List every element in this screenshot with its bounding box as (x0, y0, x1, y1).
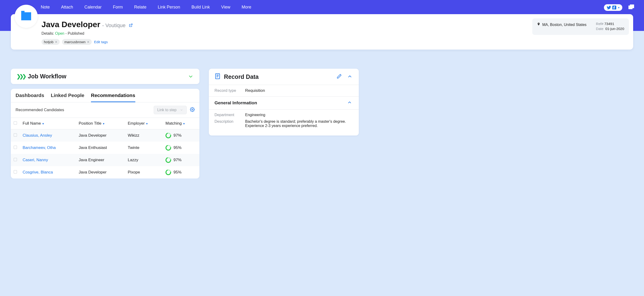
record-avatar (14, 5, 38, 28)
candidates-table: Full Name▼ Position Title▼ Employer▼ Mat… (11, 118, 200, 179)
table-row: Clausius, AnsleyJava DeveloperWikizz97% (11, 129, 200, 142)
dept-label: Department (214, 113, 245, 117)
candidate-name-link[interactable]: Clausius, Ansley (23, 133, 52, 138)
chevron-up-icon[interactable] (347, 74, 353, 80)
gear-icon[interactable] (190, 107, 195, 113)
chevron-up-icon[interactable] (347, 100, 353, 106)
workflow-arrows-icon: ❯❯❯ (16, 73, 25, 80)
position-cell: Java Engineer (76, 154, 125, 166)
chevron-down-icon[interactable] (188, 73, 194, 80)
date-label: Date (596, 27, 604, 31)
nav-relate[interactable]: Relate (134, 5, 146, 10)
dropdown-caret-icon[interactable]: ▼ (618, 6, 620, 9)
sort-icon[interactable]: ▼ (42, 122, 44, 125)
twitter-icon[interactable] (606, 5, 612, 10)
tab-linked-people[interactable]: Linked People (51, 92, 84, 102)
match-value: 97% (174, 158, 182, 162)
sort-icon[interactable]: ▼ (102, 122, 105, 125)
social-pill: ▼ (604, 4, 622, 11)
svg-point-5 (192, 109, 193, 110)
nav-form[interactable]: Form (113, 5, 123, 10)
job-header-card: Java Developer - Voutique Details: Open … (11, 14, 633, 50)
nav-calendar[interactable]: Calendar (84, 5, 102, 10)
location-text: MA, Boston, United States (542, 23, 586, 27)
employer-cell: Wikizz (125, 129, 163, 142)
col-full-name[interactable]: Full Name (23, 121, 41, 125)
edit-tags-link[interactable]: Edit tags (94, 40, 108, 44)
tab-recommendations[interactable]: Recommendations (91, 92, 135, 102)
top-bar: Note Attach Calendar Form Relate Link Pe… (0, 0, 644, 31)
candidate-name-link[interactable]: Caseri, Nanny (23, 158, 48, 162)
match-value: 95% (174, 145, 182, 150)
status-value: Open (55, 31, 64, 35)
document-icon (214, 73, 221, 80)
col-matching[interactable]: Matching (166, 121, 182, 125)
table-row: Caseri, NannyJava EngineerLazzy97% (11, 154, 200, 166)
workflow-panel: ❯❯❯ Job Workflow (11, 69, 200, 84)
match-ring-icon (164, 144, 172, 152)
dept-value: Engineering (245, 113, 265, 117)
general-info-title: General Information (214, 100, 257, 105)
row-checkbox[interactable] (14, 170, 17, 174)
details-label: Details: (42, 31, 54, 35)
row-checkbox[interactable] (14, 146, 17, 149)
ref-label: Ref# (596, 22, 604, 26)
match-value: 95% (174, 170, 182, 175)
match-ring-icon (164, 132, 172, 139)
tag-hotjob[interactable]: hotjob✕ (42, 39, 60, 45)
job-meta-box: MA, Boston, United States Ref#73491 Date… (532, 19, 629, 35)
top-nav: Note Attach Calendar Form Relate Link Pe… (0, 0, 644, 10)
sort-icon[interactable]: ▼ (146, 122, 148, 125)
tag-marcusbrown[interactable]: marcusbrown✕ (62, 39, 92, 45)
record-data-title: Record Data (224, 73, 333, 80)
edit-pencil-icon[interactable] (336, 74, 342, 80)
match-ring-icon (164, 156, 172, 164)
row-checkbox[interactable] (14, 158, 17, 161)
windows-icon[interactable] (628, 5, 634, 11)
employer-cell: Twinte (125, 142, 163, 154)
record-type-value: Requisition (245, 88, 265, 93)
nav-note[interactable]: Note (41, 5, 50, 10)
col-position[interactable]: Position Title (79, 121, 101, 125)
nav-view[interactable]: View (221, 5, 230, 10)
remove-tag-icon[interactable]: ✕ (87, 40, 89, 44)
folder-icon (21, 12, 31, 20)
position-cell: Java Developer (76, 166, 125, 179)
position-cell: Java Developer (76, 129, 125, 142)
select-all-checkbox[interactable] (14, 121, 17, 125)
desc-value: Bachelor's degree is standard; preferabl… (245, 119, 353, 128)
nav-more[interactable]: More (242, 5, 251, 10)
candidate-name-link[interactable]: Cosgrive, Blanca (23, 170, 53, 175)
remove-tag-icon[interactable]: ✕ (55, 40, 57, 44)
candidate-name-link[interactable]: Barchameev, Otha (23, 145, 56, 150)
col-employer[interactable]: Employer (128, 121, 145, 125)
record-type-label: Record type (214, 88, 245, 93)
match-value: 97% (174, 133, 182, 138)
position-cell: Java Enthusiast (76, 142, 125, 154)
table-row: Barchameev, OthaJava EnthusiastTwinte95% (11, 142, 200, 154)
employer-cell: Pixope (125, 166, 163, 179)
date-value: 01-jun-2020 (605, 27, 624, 31)
nav-link-person[interactable]: Link Person (158, 5, 180, 10)
tabs-panel: Dashboards Linked People Recommendations… (11, 89, 200, 179)
recommended-label: Recommended Candidates (16, 108, 64, 112)
match-ring-icon (164, 169, 172, 176)
row-checkbox[interactable] (14, 133, 17, 137)
location-pin-icon (537, 22, 540, 28)
external-link-icon[interactable] (129, 23, 133, 28)
table-row: Cosgrive, BlancaJava DeveloperPixope95% (11, 166, 200, 179)
topbar-right: ▼ (604, 4, 634, 11)
tab-dashboards[interactable]: Dashboards (16, 92, 44, 102)
published-label: - Published (65, 31, 84, 35)
sort-icon[interactable]: ▼ (183, 122, 185, 125)
ref-value: 73491 (604, 22, 614, 26)
employer-cell: Lazzy (125, 154, 163, 166)
record-data-panel: Record Data Record type Requisition Gene… (209, 69, 359, 135)
nav-attach[interactable]: Attach (61, 5, 73, 10)
workflow-title: Job Workflow (28, 73, 185, 80)
svg-rect-4 (629, 6, 632, 9)
facebook-icon[interactable] (612, 5, 617, 10)
desc-label: Description (214, 119, 245, 124)
link-to-step-button[interactable]: Link to step (154, 106, 187, 114)
nav-build-link[interactable]: Build Link (192, 5, 210, 10)
